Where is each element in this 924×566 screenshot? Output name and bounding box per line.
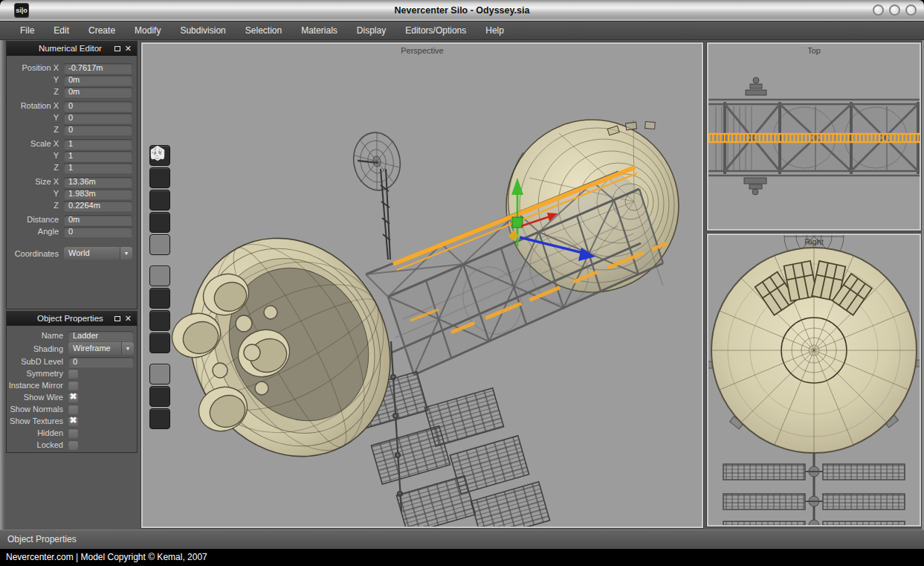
input-name[interactable]: Ladder xyxy=(68,331,134,341)
object-properties-panel: Object Properties ✕ NameLadderShadingWir… xyxy=(6,311,138,453)
scale-tool-button[interactable] xyxy=(149,310,170,331)
input-z[interactable]: 0m xyxy=(64,87,132,97)
field-group: CoordinatesWorld▼ xyxy=(7,246,137,260)
face-mode-button[interactable] xyxy=(149,190,170,210)
object-properties-header[interactable]: Object Properties ✕ xyxy=(7,311,137,326)
top-scene xyxy=(708,44,920,229)
field-label: Show Textures xyxy=(7,417,63,425)
input-subd-level[interactable]: 0 xyxy=(68,357,134,367)
numerical-editor-header[interactable]: Numerical Editor ✕ xyxy=(7,41,137,56)
menu-item-materials[interactable]: Materials xyxy=(291,22,347,39)
solar-array-front xyxy=(723,452,905,525)
status-text: Object Properties xyxy=(7,534,77,544)
paint-select-button[interactable] xyxy=(149,364,170,385)
close-icon[interactable]: ✕ xyxy=(125,45,132,52)
menu-item-selection[interactable]: Selection xyxy=(236,22,291,39)
menu-item-file[interactable]: File xyxy=(10,22,44,39)
title-bar[interactable]: si|o Nevercenter Silo - Odyssey.sia xyxy=(0,0,924,21)
checkbox-show-normals[interactable] xyxy=(68,405,78,414)
field-group: Position X-0.7617mY0mZ0m xyxy=(7,62,137,97)
edge-mode-button[interactable] xyxy=(149,167,170,188)
chevron-down-icon[interactable]: ▼ xyxy=(121,342,134,355)
input-rotation-x[interactable]: 0 xyxy=(64,101,132,111)
property-row: CoordinatesWorld▼ xyxy=(7,246,137,260)
field-label: Position X xyxy=(7,63,59,72)
input-y[interactable]: 0 xyxy=(64,113,132,123)
field-label: Y xyxy=(7,75,59,84)
input-z[interactable]: 1 xyxy=(64,163,132,173)
checkbox-show-textures[interactable]: ✖ xyxy=(68,417,78,426)
close-button[interactable] xyxy=(905,4,917,16)
property-row: Rotation X0 xyxy=(7,100,137,112)
field-label: Locked xyxy=(7,440,63,449)
perspective-viewport[interactable]: Perspective xyxy=(141,42,703,528)
property-row: Z1 xyxy=(7,161,137,173)
universal-manipulator-button[interactable] xyxy=(149,332,170,353)
input-y[interactable]: 1.983m xyxy=(64,189,132,199)
chevron-down-icon[interactable]: ▼ xyxy=(120,247,132,260)
property-row: Show Normals xyxy=(7,403,137,415)
restore-icon[interactable] xyxy=(114,316,120,321)
dropdown-coordinates[interactable]: World▼ xyxy=(64,247,132,260)
property-row: Symmetry xyxy=(7,367,137,379)
menu-bar: FileEditCreateModifySubdivisionSelection… xyxy=(0,21,924,40)
checkbox-locked[interactable] xyxy=(68,440,78,450)
menu-item-help[interactable]: Help xyxy=(476,22,514,39)
rect-select-button[interactable] xyxy=(149,386,170,407)
multi-mode-button[interactable] xyxy=(149,234,170,255)
minimize-button[interactable] xyxy=(873,4,884,16)
checkbox-instance-mirror[interactable] xyxy=(68,381,78,390)
input-y[interactable]: 0m xyxy=(64,75,132,85)
menu-item-subdivision[interactable]: Subdivision xyxy=(170,22,235,39)
checkbox-symmetry[interactable] xyxy=(68,369,78,379)
field-label: Rotation X xyxy=(7,101,59,110)
object-mode-button[interactable] xyxy=(149,212,170,233)
viewport-toolbar xyxy=(149,145,172,431)
input-y[interactable]: 1 xyxy=(64,151,132,161)
property-row: ShadingWireframe▼ xyxy=(7,341,137,356)
input-angle[interactable]: 0 xyxy=(64,227,132,237)
input-scale-x[interactable]: 1 xyxy=(64,139,132,149)
menu-item-modify[interactable]: Modify xyxy=(125,22,170,39)
field-label: Distance xyxy=(7,215,59,224)
property-row: Z0 xyxy=(7,123,137,135)
field-label: Symmetry xyxy=(7,369,63,378)
checkbox-hidden[interactable] xyxy=(68,428,78,438)
property-row: Z0m xyxy=(7,86,137,97)
checkbox-show-wire[interactable]: ✖ xyxy=(68,393,78,402)
field-label: Instance Mirror xyxy=(7,381,63,390)
input-z[interactable]: 0 xyxy=(64,125,132,135)
right-scene xyxy=(708,235,920,525)
input-position-x[interactable]: -0.7617m xyxy=(64,63,132,73)
field-label: Z xyxy=(7,125,59,134)
window-title: Nevercenter Silo - Odyssey.sia xyxy=(0,5,924,16)
menu-item-display[interactable]: Display xyxy=(347,22,395,39)
input-z[interactable]: 0.2264m xyxy=(64,201,132,210)
field-label: Y xyxy=(7,189,59,198)
dropdown-shading[interactable]: Wireframe▼ xyxy=(68,342,134,355)
move-tool-button[interactable] xyxy=(149,266,170,286)
field-label: Z xyxy=(7,87,59,96)
top-viewport[interactable]: Top xyxy=(707,42,921,231)
dropdown-value: World xyxy=(64,247,120,260)
dropdown-value: Wireframe xyxy=(68,342,121,355)
property-row: Show Wire✖ xyxy=(7,391,137,403)
menu-item-edit[interactable]: Edit xyxy=(44,22,79,39)
property-row: Z0.2264m xyxy=(7,199,137,211)
field-label: Shading xyxy=(7,344,63,353)
maximize-button[interactable] xyxy=(889,4,900,16)
close-icon[interactable]: ✕ xyxy=(125,315,132,322)
field-label: Coordinates xyxy=(7,249,59,258)
menu-item-create[interactable]: Create xyxy=(79,22,125,39)
input-size-x[interactable]: 13.36m xyxy=(64,177,132,187)
input-distance[interactable]: 0m xyxy=(64,215,132,225)
menu-item-editors-options[interactable]: Editors/Options xyxy=(395,22,476,39)
lasso-select-button[interactable] xyxy=(149,408,170,429)
check-icon: ✖ xyxy=(68,391,78,402)
app-window: si|o Nevercenter Silo - Odyssey.sia File… xyxy=(0,0,924,566)
field-label: Z xyxy=(7,201,59,210)
restore-icon[interactable] xyxy=(114,46,120,51)
rotate-tool-button[interactable] xyxy=(149,288,170,309)
property-row: NameLadder xyxy=(7,329,137,341)
right-viewport[interactable]: Right xyxy=(707,234,921,527)
